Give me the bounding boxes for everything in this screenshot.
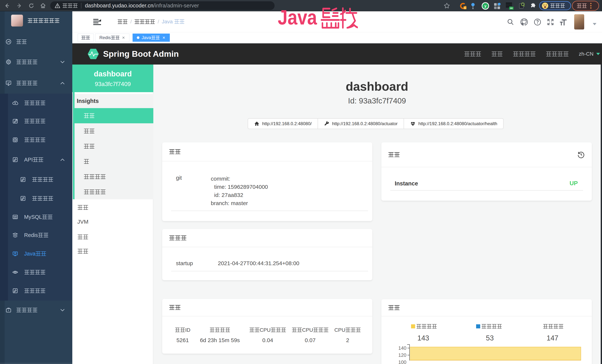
svg-text:y: y — [484, 4, 486, 8]
svg-text:on: on — [510, 7, 513, 10]
svg-text:1: 1 — [464, 7, 465, 9]
